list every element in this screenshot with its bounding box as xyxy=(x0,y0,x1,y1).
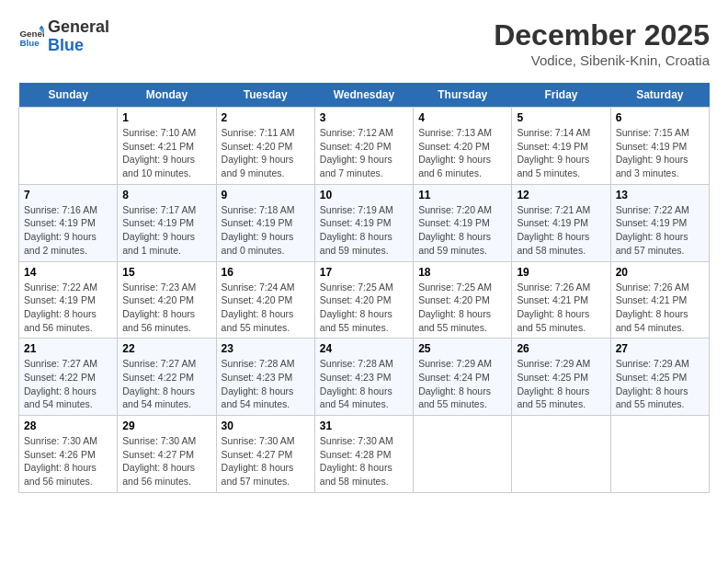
sunset-time: Sunset: 4:20 PM xyxy=(222,294,293,305)
weekday-header-sunday: Sunday xyxy=(19,83,118,108)
sunset-time: Sunset: 4:23 PM xyxy=(320,372,392,383)
sunrise-time: Sunrise: 7:21 AM xyxy=(517,204,590,215)
sunrise-time: Sunrise: 7:12 AM xyxy=(320,127,393,138)
logo: General Blue General Blue xyxy=(18,18,109,55)
calendar-table: SundayMondayTuesdayWednesdayThursdayFrid… xyxy=(18,83,710,493)
logo-general: General xyxy=(48,18,109,37)
sunrise-time: Sunrise: 7:10 AM xyxy=(122,127,196,138)
calendar-cell: 12 Sunrise: 7:21 AM Sunset: 4:19 PM Dayl… xyxy=(512,184,610,261)
daylight-hours: Daylight: 8 hours and 56 minutes. xyxy=(24,462,97,487)
daylight-hours: Daylight: 8 hours and 55 minutes. xyxy=(418,385,491,410)
sunrise-time: Sunrise: 7:18 AM xyxy=(222,204,295,215)
daylight-hours: Daylight: 8 hours and 55 minutes. xyxy=(517,385,589,410)
sunrise-time: Sunrise: 7:16 AM xyxy=(24,204,97,215)
sunrise-time: Sunrise: 7:30 AM xyxy=(320,435,393,446)
weekday-header-thursday: Thursday xyxy=(414,83,512,108)
sunrise-time: Sunrise: 7:27 AM xyxy=(24,358,97,369)
weekday-header-friday: Friday xyxy=(512,83,610,108)
day-number: 8 xyxy=(122,189,210,201)
sunrise-time: Sunrise: 7:30 AM xyxy=(222,435,295,446)
day-number: 11 xyxy=(418,189,506,201)
calendar-cell: 5 Sunrise: 7:14 AM Sunset: 4:19 PM Dayli… xyxy=(512,108,610,185)
calendar-cell: 28 Sunrise: 7:30 AM Sunset: 4:26 PM Dayl… xyxy=(19,416,118,493)
calendar-cell: 4 Sunrise: 7:13 AM Sunset: 4:20 PM Dayli… xyxy=(414,108,512,185)
daylight-hours: Daylight: 8 hours and 55 minutes. xyxy=(616,385,688,410)
sunrise-time: Sunrise: 7:17 AM xyxy=(122,204,196,215)
daylight-hours: Daylight: 8 hours and 54 minutes. xyxy=(320,385,392,410)
weekday-header-monday: Monday xyxy=(118,83,216,108)
daylight-hours: Daylight: 8 hours and 54 minutes. xyxy=(24,385,97,410)
day-number: 14 xyxy=(24,266,112,279)
day-info: Sunrise: 7:16 AM Sunset: 4:19 PM Dayligh… xyxy=(24,203,112,258)
logo-blue: Blue xyxy=(48,37,109,55)
day-number: 20 xyxy=(616,266,704,279)
day-number: 5 xyxy=(517,111,605,124)
daylight-hours: Daylight: 8 hours and 56 minutes. xyxy=(122,462,195,487)
calendar-cell: 22 Sunrise: 7:27 AM Sunset: 4:22 PM Dayl… xyxy=(118,339,216,416)
sunset-time: Sunset: 4:20 PM xyxy=(222,141,293,152)
calendar-cell: 6 Sunrise: 7:15 AM Sunset: 4:19 PM Dayli… xyxy=(610,108,709,185)
sunrise-time: Sunrise: 7:23 AM xyxy=(122,282,196,293)
day-info: Sunrise: 7:26 AM Sunset: 4:21 PM Dayligh… xyxy=(616,281,704,335)
page-header: General Blue General Blue December 2025 … xyxy=(18,18,710,68)
sunset-time: Sunset: 4:28 PM xyxy=(320,449,392,460)
day-number: 26 xyxy=(517,342,605,355)
daylight-hours: Daylight: 8 hours and 55 minutes. xyxy=(517,308,589,333)
daylight-hours: Daylight: 8 hours and 59 minutes. xyxy=(418,231,491,256)
day-number: 28 xyxy=(24,419,112,432)
day-info: Sunrise: 7:14 AM Sunset: 4:19 PM Dayligh… xyxy=(517,126,605,180)
sunset-time: Sunset: 4:21 PM xyxy=(616,294,688,305)
daylight-hours: Daylight: 8 hours and 55 minutes. xyxy=(418,308,491,333)
day-info: Sunrise: 7:29 AM Sunset: 4:25 PM Dayligh… xyxy=(517,357,605,411)
weekday-header-tuesday: Tuesday xyxy=(216,83,314,108)
calendar-cell xyxy=(610,416,709,493)
day-number: 12 xyxy=(517,189,605,201)
day-number: 23 xyxy=(222,342,310,355)
daylight-hours: Daylight: 9 hours and 5 minutes. xyxy=(517,154,589,178)
sunset-time: Sunset: 4:27 PM xyxy=(222,449,293,460)
sunrise-time: Sunrise: 7:29 AM xyxy=(418,358,492,369)
day-number: 3 xyxy=(320,111,408,124)
svg-text:Blue: Blue xyxy=(19,38,40,48)
day-info: Sunrise: 7:30 AM Sunset: 4:26 PM Dayligh… xyxy=(24,434,112,488)
daylight-hours: Daylight: 9 hours and 7 minutes. xyxy=(320,154,392,178)
sunset-time: Sunset: 4:21 PM xyxy=(517,294,588,305)
daylight-hours: Daylight: 8 hours and 57 minutes. xyxy=(616,231,688,256)
day-number: 27 xyxy=(616,342,704,355)
day-info: Sunrise: 7:19 AM Sunset: 4:19 PM Dayligh… xyxy=(320,203,408,258)
calendar-cell: 27 Sunrise: 7:29 AM Sunset: 4:25 PM Dayl… xyxy=(610,339,709,416)
weekday-header-saturday: Saturday xyxy=(610,83,709,108)
sunrise-time: Sunrise: 7:22 AM xyxy=(616,204,689,215)
day-info: Sunrise: 7:12 AM Sunset: 4:20 PM Dayligh… xyxy=(320,126,408,180)
day-number: 4 xyxy=(418,111,506,124)
calendar-cell: 24 Sunrise: 7:28 AM Sunset: 4:23 PM Dayl… xyxy=(314,339,413,416)
sunset-time: Sunset: 4:20 PM xyxy=(418,141,490,152)
sunset-time: Sunset: 4:23 PM xyxy=(222,372,293,383)
day-info: Sunrise: 7:29 AM Sunset: 4:25 PM Dayligh… xyxy=(616,357,704,411)
calendar-title-area: December 2025 Vodice, Sibenik-Knin, Croa… xyxy=(494,18,710,68)
sunrise-time: Sunrise: 7:25 AM xyxy=(418,282,492,293)
calendar-cell: 21 Sunrise: 7:27 AM Sunset: 4:22 PM Dayl… xyxy=(19,339,118,416)
calendar-cell: 2 Sunrise: 7:11 AM Sunset: 4:20 PM Dayli… xyxy=(216,108,314,185)
sunset-time: Sunset: 4:19 PM xyxy=(517,217,588,228)
daylight-hours: Daylight: 8 hours and 54 minutes. xyxy=(122,385,195,410)
daylight-hours: Daylight: 8 hours and 57 minutes. xyxy=(222,462,294,487)
day-number: 29 xyxy=(122,419,210,432)
sunset-time: Sunset: 4:19 PM xyxy=(122,217,194,228)
daylight-hours: Daylight: 8 hours and 55 minutes. xyxy=(320,308,392,333)
day-number: 15 xyxy=(122,266,210,279)
daylight-hours: Daylight: 9 hours and 9 minutes. xyxy=(222,154,294,178)
calendar-cell: 25 Sunrise: 7:29 AM Sunset: 4:24 PM Dayl… xyxy=(414,339,512,416)
calendar-cell xyxy=(414,416,512,493)
sunrise-time: Sunrise: 7:24 AM xyxy=(222,282,295,293)
day-number: 9 xyxy=(222,189,310,201)
calendar-cell: 17 Sunrise: 7:25 AM Sunset: 4:20 PM Dayl… xyxy=(314,261,413,339)
sunrise-time: Sunrise: 7:26 AM xyxy=(517,282,590,293)
sunrise-time: Sunrise: 7:30 AM xyxy=(24,435,97,446)
sunset-time: Sunset: 4:27 PM xyxy=(122,449,194,460)
sunset-time: Sunset: 4:19 PM xyxy=(222,217,293,228)
day-number: 6 xyxy=(616,111,704,124)
daylight-hours: Daylight: 9 hours and 10 minutes. xyxy=(122,154,195,178)
day-number: 22 xyxy=(122,342,210,355)
day-number: 16 xyxy=(222,266,310,279)
